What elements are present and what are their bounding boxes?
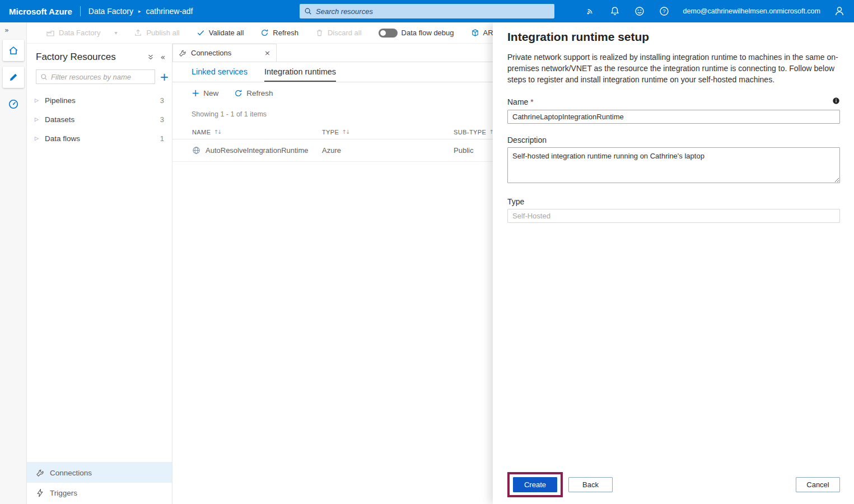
panel-description-text: Private network support is realized by i… — [507, 52, 840, 86]
cancel-button[interactable]: Cancel — [796, 477, 840, 492]
triggers-label: Triggers — [50, 489, 77, 497]
required-indicator: * — [530, 97, 533, 106]
factory-resources-title: Factory Resources — [36, 52, 116, 63]
resources-tree: ▷ Pipelines 3 ▷ Datasets 3 ▷ Data flows … — [27, 91, 172, 148]
factory-resources-header: Factory Resources « — [27, 44, 172, 65]
refresh-button[interactable]: Refresh — [260, 29, 298, 37]
trash-icon — [315, 29, 324, 37]
filter-resources-input[interactable] — [51, 73, 151, 81]
chevron-down-icon: ▾ — [114, 30, 117, 36]
new-runtime-button[interactable]: + New — [192, 88, 218, 98]
tab-connections[interactable]: Connections × — [172, 44, 277, 62]
help-icon[interactable]: ? — [659, 6, 670, 17]
runtime-type-cell: Azure — [322, 146, 454, 155]
data-factory-label: Data Factory — [59, 29, 100, 37]
sort-icons[interactable]: ↑↓ — [213, 129, 221, 135]
chevron-right-icon[interactable]: ▷ — [35, 116, 45, 122]
tree-count: 3 — [160, 96, 164, 105]
tree-item-pipelines[interactable]: ▷ Pipelines 3 — [27, 91, 172, 110]
runtime-description-textarea[interactable]: Self-hosted integration runtime running … — [507, 147, 840, 183]
broadcast-icon[interactable] — [585, 6, 596, 17]
connections-label: Connections — [50, 469, 92, 477]
search-icon — [304, 7, 312, 15]
azure-brand[interactable]: Microsoft Azure — [9, 7, 72, 16]
globe-icon — [192, 146, 200, 155]
discard-all-button[interactable]: Discard all — [315, 29, 362, 37]
chevron-right-icon[interactable]: ▷ — [35, 97, 45, 103]
brand-divider — [80, 6, 81, 16]
data-flow-debug-toggle[interactable] — [379, 29, 398, 38]
search-input[interactable] — [316, 7, 550, 16]
subtab-linked-services[interactable]: Linked services — [192, 62, 248, 82]
create-button[interactable]: Create — [513, 477, 557, 492]
check-icon — [197, 29, 205, 37]
person-icon[interactable] — [834, 6, 845, 17]
account-email[interactable]: demo@cathrinewilhelmsen.onmicrosoft.com — [683, 7, 820, 15]
name-label: Name — [507, 97, 528, 106]
pencil-icon — [8, 72, 18, 82]
expand-rail-icon[interactable]: » — [0, 26, 9, 34]
lightning-icon — [36, 489, 44, 497]
data-flow-debug-label: Data flow debug — [402, 29, 454, 37]
back-button[interactable]: Back — [568, 477, 613, 492]
sidebar-item-triggers[interactable]: Triggers — [27, 483, 172, 503]
info-icon[interactable] — [832, 97, 840, 107]
description-label-row: Description — [507, 136, 840, 144]
double-chevron-down-icon[interactable] — [147, 53, 155, 61]
search-icon — [40, 73, 48, 81]
svg-text:?: ? — [662, 8, 665, 14]
resources-bottom: Connections Triggers — [27, 462, 172, 504]
refresh-list-button[interactable]: Refresh — [234, 89, 273, 97]
add-resource-button[interactable]: + — [160, 71, 169, 82]
close-tab-icon[interactable]: × — [264, 49, 270, 57]
wrench-icon — [36, 469, 44, 477]
subtab-integration-runtimes[interactable]: Integration runtimes — [264, 62, 336, 82]
tree-item-datasets[interactable]: ▷ Datasets 3 — [27, 110, 172, 129]
left-rail: » — [0, 22, 27, 504]
publish-all-button[interactable]: Publish all — [134, 29, 179, 37]
home-icon — [8, 45, 19, 56]
top-bar: Microsoft Azure Data Factory ▸ cathrinew… — [0, 0, 854, 22]
rail-item-monitor[interactable] — [3, 94, 24, 115]
validate-all-button[interactable]: Validate all — [197, 29, 244, 37]
runtime-name-cell[interactable]: AutoResolveIntegrationRuntime — [192, 146, 322, 155]
smiley-icon[interactable] — [634, 6, 645, 17]
publish-icon — [134, 29, 142, 37]
publish-all-label: Publish all — [146, 29, 179, 37]
tree-item-data-flows[interactable]: ▷ Data flows 1 — [27, 129, 172, 148]
type-label: Type — [507, 197, 524, 206]
rail-item-home[interactable] — [3, 40, 24, 61]
refresh-icon — [260, 29, 269, 37]
column-header-type[interactable]: TYPE ↑↓ — [322, 129, 454, 136]
breadcrumb-resource[interactable]: cathrinew-adf — [146, 7, 193, 16]
panel-title: Integration runtime setup — [507, 30, 840, 44]
tree-label: Data flows — [45, 134, 80, 143]
column-header-name[interactable]: NAME ↑↓ — [192, 129, 322, 136]
topbar-right: ? demo@cathrinewilhelmsen.onmicrosoft.co… — [585, 6, 845, 17]
description-label: Description — [507, 136, 547, 144]
collapse-panel-icon[interactable]: « — [160, 53, 165, 62]
name-label-row: Name * — [507, 97, 840, 107]
sort-icons[interactable]: ↑↓ — [342, 129, 349, 135]
chevron-right-icon[interactable]: ▷ — [35, 136, 45, 141]
tree-label: Pipelines — [45, 96, 76, 105]
breadcrumb-caret-icon: ▸ — [138, 8, 141, 14]
global-search[interactable] — [300, 4, 554, 18]
breadcrumb-app[interactable]: Data Factory — [88, 7, 133, 16]
sidebar-item-connections[interactable]: Connections — [27, 463, 172, 483]
bell-icon[interactable] — [609, 6, 620, 17]
breadcrumb: Data Factory ▸ cathrinew-adf — [88, 7, 193, 16]
tree-count: 1 — [160, 134, 164, 143]
filter-resources-field[interactable] — [36, 69, 155, 84]
runtime-name-input[interactable] — [507, 110, 840, 124]
refresh-list-label: Refresh — [246, 89, 273, 97]
discard-all-label: Discard all — [328, 29, 362, 37]
data-factory-menu[interactable]: Data Factory ▾ — [46, 29, 117, 38]
tab-label: Connections — [191, 49, 231, 57]
new-label: New — [203, 89, 218, 97]
wrench-icon — [179, 49, 186, 57]
annotation-highlight-box: Create — [507, 472, 563, 497]
refresh-icon — [234, 89, 242, 97]
integration-runtime-setup-panel: Integration runtime setup Private networ… — [493, 22, 854, 504]
rail-item-author[interactable] — [3, 67, 24, 88]
